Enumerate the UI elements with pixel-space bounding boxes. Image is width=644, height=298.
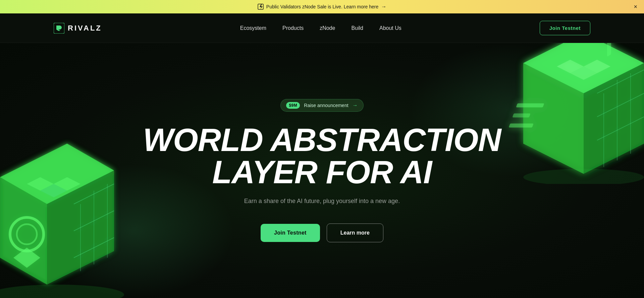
svg-point-10	[0, 285, 124, 298]
svg-line-5	[74, 211, 114, 231]
svg-point-3	[17, 224, 37, 244]
nav-item-about[interactable]: About Us	[379, 25, 401, 31]
announcement-bar: Public Validators zNode Sale is Live. Le…	[0, 0, 644, 13]
join-testnet-hero-button[interactable]: Join Testnet	[261, 224, 320, 242]
logo-link[interactable]: RIVALZ	[54, 23, 102, 34]
badge-amount: $9M	[286, 102, 300, 109]
nav-links: Ecosystem Products zNode Build About Us	[240, 25, 401, 31]
badge-text: Raise announcement	[304, 103, 348, 108]
svg-rect-20	[607, 43, 611, 57]
badge-arrow-icon: →	[353, 102, 358, 108]
svg-line-4	[74, 184, 114, 204]
logo-icon	[54, 23, 64, 34]
hero-title-line2: LAYER FOR AI	[212, 154, 432, 190]
announcement-close-button[interactable]: ×	[634, 4, 637, 10]
logo-text: RIVALZ	[68, 24, 102, 33]
learn-more-hero-button[interactable]: Learn more	[327, 224, 383, 242]
hero-buttons: Join Testnet Learn more	[261, 224, 383, 242]
svg-point-22	[523, 169, 644, 184]
hero-title-line1: WORLD ABSTRACTION	[143, 122, 501, 158]
svg-rect-13	[508, 123, 533, 128]
announcement-arrow: →	[381, 4, 386, 10]
svg-line-16	[597, 117, 644, 140]
join-testnet-nav-button[interactable]: Join Testnet	[540, 21, 590, 35]
hero-cube-left	[0, 123, 148, 298]
hero-content: $9M Raise announcement → WORLD ABSTRACTI…	[143, 99, 501, 242]
nav-item-products[interactable]: Products	[282, 25, 304, 31]
lightning-icon	[258, 4, 264, 10]
hero-cube-right	[503, 43, 644, 184]
nav-item-ecosystem[interactable]: Ecosystem	[240, 25, 266, 31]
svg-line-15	[597, 93, 644, 117]
svg-point-2	[10, 217, 44, 251]
announcement-text: Public Validators zNode Sale is Live. Le…	[258, 4, 386, 10]
nav-item-build[interactable]: Build	[351, 25, 363, 31]
svg-rect-11	[516, 103, 544, 107]
raise-badge[interactable]: $9M Raise announcement →	[280, 99, 363, 112]
svg-line-6	[74, 238, 114, 258]
svg-line-14	[597, 70, 644, 93]
nav-item-znode[interactable]: zNode	[320, 25, 335, 31]
hero-section: $9M Raise announcement → WORLD ABSTRACTI…	[0, 43, 644, 298]
svg-rect-12	[512, 113, 530, 117]
navbar: RIVALZ Ecosystem Products zNode Build Ab…	[0, 13, 644, 43]
hero-title: WORLD ABSTRACTION LAYER FOR AI	[143, 124, 501, 188]
hero-subtitle: Earn a share of the AI future, plug your…	[244, 198, 400, 205]
